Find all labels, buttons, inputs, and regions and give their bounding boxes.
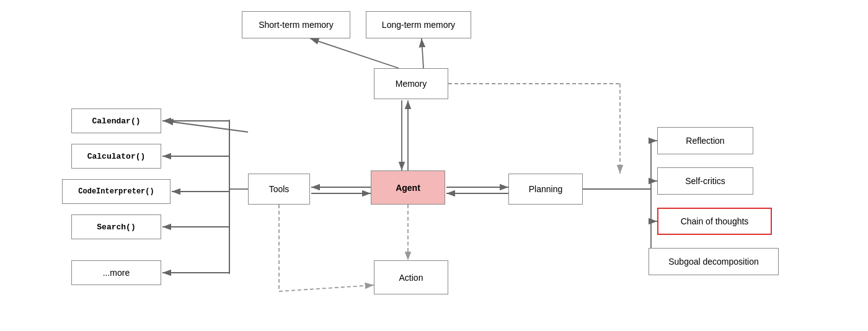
long-term-memory-box: Long-term memory	[366, 11, 471, 38]
short-term-memory-box: Short-term memory	[242, 11, 350, 38]
long-term-memory-label: Long-term memory	[382, 20, 455, 30]
short-term-memory-label: Short-term memory	[259, 20, 334, 30]
action-box: Action	[374, 260, 448, 294]
more-label: ...more	[103, 268, 130, 278]
search-box: Search()	[71, 214, 161, 239]
tools-label: Tools	[269, 184, 290, 194]
svg-line-3	[310, 38, 399, 68]
svg-line-12	[164, 121, 248, 132]
agent-label: Agent	[396, 183, 420, 193]
action-label: Action	[399, 273, 423, 283]
calendar-box: Calendar()	[71, 108, 161, 133]
calculator-label: Calculator()	[87, 152, 146, 161]
self-critics-label: Self-critics	[685, 176, 725, 186]
calendar-label: Calendar()	[92, 117, 140, 126]
calculator-box: Calculator()	[71, 144, 161, 169]
chain-of-thoughts-box: Chain of thoughts	[657, 208, 772, 235]
memory-label: Memory	[396, 79, 427, 89]
diagram: Short-term memory Long-term memory Memor…	[0, 0, 868, 331]
svg-line-4	[422, 38, 423, 68]
more-box: ...more	[71, 260, 161, 285]
code-interpreter-label: CodeInterpreter()	[78, 187, 154, 196]
tools-box: Tools	[248, 174, 310, 205]
planning-label: Planning	[529, 184, 563, 194]
svg-line-23	[279, 285, 374, 291]
search-label: Search()	[97, 223, 135, 232]
subgoal-decomposition-box: Subgoal decomposition	[649, 248, 779, 275]
memory-box: Memory	[374, 68, 448, 99]
reflection-label: Reflection	[686, 136, 724, 146]
chain-of-thoughts-label: Chain of thoughts	[681, 216, 749, 226]
subgoal-decomposition-label: Subgoal decomposition	[668, 257, 759, 267]
self-critics-box: Self-critics	[657, 167, 753, 195]
code-interpreter-box: CodeInterpreter()	[62, 179, 170, 204]
agent-box: Agent	[371, 170, 445, 205]
planning-box: Planning	[508, 174, 583, 205]
reflection-box: Reflection	[657, 127, 753, 154]
